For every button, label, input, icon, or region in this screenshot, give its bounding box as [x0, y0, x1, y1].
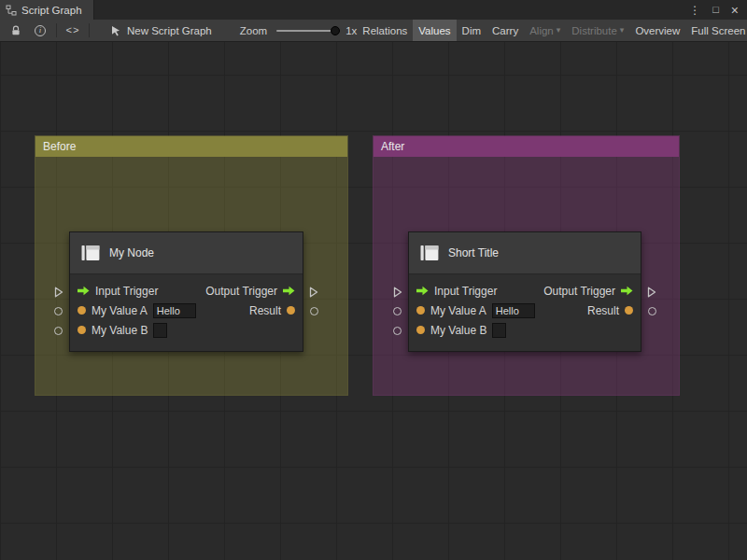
port-label: Result [587, 304, 619, 317]
dim-label: Dim [462, 25, 481, 36]
info-button[interactable]: i [28, 20, 52, 42]
relations-button[interactable]: Relations [357, 20, 413, 42]
value-port-icon [78, 306, 86, 315]
fullscreen-label: Full Screen [691, 25, 745, 36]
flow-arrow-icon [78, 286, 90, 296]
port-label: Input Trigger [95, 285, 158, 298]
window-controls: ⋮ □ × [689, 0, 747, 20]
port-row: Input Trigger Output Trigger [70, 281, 303, 301]
port-label: My Value B [92, 324, 148, 337]
node-header[interactable]: My Node [70, 232, 303, 274]
external-value-a-port[interactable] [54, 307, 63, 315]
node-body: Input Trigger Output Trigger My Value A [70, 274, 303, 351]
external-value-b-port[interactable] [393, 327, 402, 335]
value-port-icon [625, 306, 633, 315]
graph-toolbar: i <> New Script Graph Zoom 1x Relations … [0, 20, 747, 42]
graph-title[interactable]: New Script Graph [110, 25, 212, 36]
port-my-value-a[interactable]: My Value A [416, 303, 535, 318]
external-input-trigger-port[interactable] [393, 287, 402, 298]
port-label: Output Trigger [543, 285, 615, 298]
port-row: My Value A Result [409, 301, 641, 320]
edit-source-button[interactable]: <> [61, 20, 85, 42]
distribute-label: Distribute [571, 25, 617, 36]
relations-label: Relations [362, 25, 407, 36]
zoom-value: 1x [345, 25, 357, 36]
port-input-trigger[interactable]: Input Trigger [416, 285, 497, 298]
value-port-icon [416, 306, 425, 315]
graph-canvas[interactable]: Before After My Node [0, 42, 747, 560]
external-input-trigger-port[interactable] [54, 287, 63, 298]
zoom-slider-knob[interactable] [331, 26, 340, 35]
port-label: My Value A [92, 304, 148, 317]
align-label: Align [529, 25, 554, 36]
value-a-input[interactable] [492, 303, 535, 318]
port-row: My Value B [409, 320, 641, 340]
overview-label: Overview [635, 25, 680, 36]
port-output-trigger[interactable]: Output Trigger [543, 285, 633, 298]
value-port-icon [287, 306, 295, 315]
window-menu-button[interactable]: ⋮ [689, 5, 700, 16]
port-row: Input Trigger Output Trigger [409, 281, 641, 301]
group-title: Before [43, 140, 76, 153]
external-value-a-port[interactable] [393, 307, 402, 315]
external-value-b-port[interactable] [54, 327, 63, 335]
port-my-value-b[interactable]: My Value B [416, 323, 506, 338]
graph-name-label: New Script Graph [127, 25, 212, 36]
toolbar-separator [56, 23, 57, 37]
dim-button[interactable]: Dim [457, 20, 486, 42]
value-a-input[interactable] [153, 303, 196, 318]
value-port-icon [78, 326, 86, 334]
lock-button[interactable] [4, 20, 28, 42]
script-graph-icon [6, 5, 17, 16]
port-label: Input Trigger [434, 285, 497, 298]
group-header[interactable]: After [374, 136, 679, 157]
values-button[interactable]: Values [413, 20, 456, 42]
node-title: Short Title [448, 246, 499, 259]
flow-arrow-icon [283, 286, 295, 296]
group-header[interactable]: Before [35, 136, 347, 157]
port-label: Output Trigger [205, 285, 277, 298]
distribute-button[interactable]: Distribute ▾ [566, 20, 629, 42]
port-result[interactable]: Result [587, 304, 633, 317]
align-button[interactable]: Align ▾ [524, 20, 566, 42]
external-result-port[interactable] [648, 307, 656, 315]
port-result[interactable]: Result [249, 304, 295, 317]
close-button[interactable]: × [731, 4, 739, 17]
flow-arrow-icon [416, 286, 429, 296]
port-output-trigger[interactable]: Output Trigger [205, 285, 295, 298]
maximize-button[interactable]: □ [712, 5, 719, 15]
value-b-input[interactable] [153, 323, 167, 338]
lock-icon [10, 25, 21, 36]
value-port-icon [416, 326, 425, 334]
graph-pointer-icon [110, 25, 121, 36]
zoom-slider[interactable] [276, 25, 340, 36]
port-label: Result [249, 304, 281, 317]
tab-script-graph[interactable]: Script Graph [0, 0, 94, 20]
unit-icon [81, 245, 100, 261]
carry-button[interactable]: Carry [486, 20, 524, 42]
flow-arrow-icon [621, 286, 633, 296]
external-output-trigger-port[interactable] [647, 287, 656, 298]
toolbar-buttons: Relations Values Dim Carry Align ▾ Distr… [357, 20, 747, 42]
port-my-value-a[interactable]: My Value A [78, 303, 196, 318]
chevron-down-icon: ▾ [557, 26, 561, 35]
node-short-title[interactable]: Short Title Input Trigger Output Trigger [408, 231, 641, 352]
info-icon: i [35, 25, 46, 36]
group-title: After [381, 140, 404, 153]
port-input-trigger[interactable]: Input Trigger [78, 285, 158, 298]
external-output-trigger-port[interactable] [309, 287, 318, 298]
carry-label: Carry [492, 25, 518, 36]
node-header[interactable]: Short Title [409, 232, 641, 274]
port-row: My Value A Result [70, 301, 303, 320]
node-body: Input Trigger Output Trigger My Value A [409, 274, 641, 351]
fullscreen-button[interactable]: Full Screen [685, 20, 747, 42]
overview-button[interactable]: Overview [629, 20, 685, 42]
port-label: My Value B [430, 324, 486, 337]
external-result-port[interactable] [310, 307, 318, 315]
node-my-node[interactable]: My Node Input Trigger Output Trigger [69, 231, 303, 352]
value-b-input[interactable] [492, 323, 506, 338]
unit-icon [420, 245, 439, 261]
toolbar-separator [89, 23, 90, 37]
port-my-value-b[interactable]: My Value B [78, 323, 167, 338]
chevron-down-icon: ▾ [620, 26, 625, 35]
